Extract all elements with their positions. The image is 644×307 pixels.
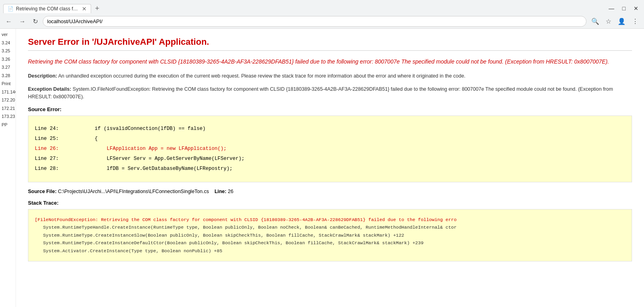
stack-line-4: System.RuntimeType.CreateInstanceDefault… [35,239,625,247]
exception-details-text: System.IO.FileNotFoundException: Retriev… [28,86,613,100]
sidebar-item[interactable]: 172.20 [0,96,16,104]
menu-icon[interactable]: ⋮ [630,16,641,27]
code-line-25: Line 25: { [35,134,625,144]
browser-chrome: 📄 Retrieving the COM class factory ✕ + —… [0,0,644,29]
sidebar-item[interactable]: Print [0,80,16,88]
reload-button[interactable]: ↻ [30,16,40,27]
address-right-icons: 🔍 ☆ 👤 ⋮ [589,16,641,27]
code-line-28: Line 28: lfDB = Serv.GetDatabaseByName(L… [35,164,625,174]
sidebar-item[interactable]: 3.27 [0,63,16,72]
error-message: Retrieving the COM class factory for com… [28,57,632,66]
browser-tab[interactable]: 📄 Retrieving the COM class factory ✕ [3,4,91,13]
back-button[interactable]: ← [3,16,14,27]
main-content: Server Error in '/UJArchiveAPI' Applicat… [16,29,644,307]
sidebar-item[interactable]: ver [0,30,16,39]
source-error-box: Line 24: if (isvalidConnection(lfDB) == … [28,116,632,182]
address-input[interactable] [43,16,586,27]
source-file-label: Source File: [28,189,57,194]
forward-button[interactable]: → [17,16,28,27]
page-title: Server Error in '/UJArchiveAPI' Applicat… [28,37,632,47]
maximize-button[interactable]: □ [620,4,628,12]
zoom-icon[interactable]: 🔍 [589,16,602,27]
sidebar-item[interactable]: 3.24 [0,39,16,47]
stack-trace-heading: Stack Trace: [28,200,632,206]
sidebar-item[interactable]: PP [0,121,16,129]
exception-details-block: Exception Details: System.IO.FileNotFoun… [28,86,632,101]
description-label: Description: [28,73,57,79]
layout: ver 3.24 3.25 3.26 3.27 3.28 Print 171.1… [0,29,644,307]
sidebar: ver 3.24 3.25 3.26 3.27 3.28 Print 171.1… [0,29,16,307]
stack-trace-box: [FileNotFoundException: Retrieving the C… [28,209,632,262]
bookmark-icon[interactable]: ☆ [603,16,614,27]
tab-title: Retrieving the COM class factory [16,6,80,12]
new-tab-button[interactable]: + [93,4,102,14]
close-button[interactable]: ✕ [631,4,641,12]
code-line-27: Line 27: LFServer Serv = App.GetServerBy… [35,154,625,164]
window-controls: — □ ✕ [606,4,641,12]
stack-line-3: System.RuntimeType.CreateInstanceSlow(Bo… [35,231,625,239]
tab-close-button[interactable]: ✕ [82,6,87,12]
code-line-26: Line 26: LFApplication App = new LFAppli… [35,144,625,154]
title-divider [28,50,632,51]
source-file-path: C:\Projects\UJArchi...\API\LFIntegration… [57,189,209,194]
address-bar: ← → ↻ 🔍 ☆ 👤 ⋮ [0,14,644,28]
source-file-line: Source File: C:\Projects\UJArchi...\API\… [28,189,632,194]
source-line-number: 26 [228,189,233,194]
stack-line-2: System.RuntimeTypeHandle.CreateInstance(… [35,223,625,231]
stack-line-5: System.Activator.CreateInstance(Type typ… [35,247,625,255]
sidebar-item[interactable]: 3.26 [0,55,16,64]
stack-line-1: [FileNotFoundException: Retrieving the C… [35,216,625,224]
sidebar-item[interactable]: 3.28 [0,72,16,80]
sidebar-item[interactable]: 172.21 [0,104,16,113]
code-line-24: Line 24: if (isvalidConnection(lfDB) == … [35,124,625,134]
minimize-button[interactable]: — [606,4,617,12]
description-block: Description: An unhandled exception occu… [28,72,632,80]
description-text: An unhandled exception occurred during t… [57,73,465,79]
profile-icon[interactable]: 👤 [615,16,628,27]
source-error-heading: Source Error: [28,106,632,112]
exception-details-label: Exception Details: [28,86,71,92]
sidebar-item[interactable]: 171.140 [0,88,16,96]
title-bar: 📄 Retrieving the COM class factory ✕ + —… [0,0,644,14]
source-line-label: Line: [215,189,227,194]
tab-favicon: 📄 [8,6,14,12]
sidebar-item[interactable]: 173.23 [0,112,16,121]
sidebar-item[interactable]: 3.25 [0,47,16,55]
